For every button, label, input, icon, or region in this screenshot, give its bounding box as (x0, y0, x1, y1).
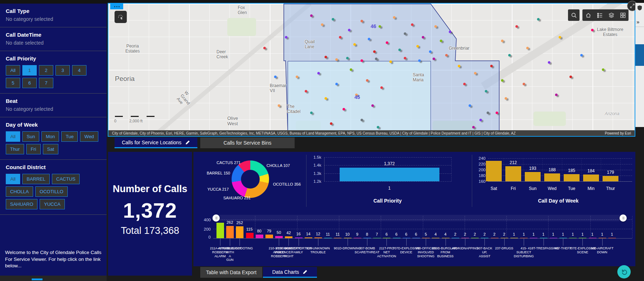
horizontal-scrollbar[interactable] (32, 278, 43, 280)
call-location-dot[interactable] (361, 59, 363, 62)
call-location-dot[interactable] (433, 58, 435, 60)
calltype-bar-32[interactable] (530, 238, 537, 239)
tab-table-with-data-export[interactable]: Table with Data Export (200, 267, 262, 278)
call-location-dot[interactable] (350, 68, 352, 71)
filter-button-day-of-week-all[interactable]: All (6, 131, 20, 142)
call-location-dot[interactable] (296, 76, 298, 78)
calltype-bar-18[interactable] (393, 238, 401, 239)
calltype-bar-27[interactable] (481, 238, 488, 239)
map-search-button[interactable] (568, 9, 580, 21)
call-location-dot[interactable] (487, 112, 489, 114)
calltype-bar-39[interactable] (599, 238, 606, 239)
call-location-dot[interactable] (559, 36, 561, 38)
call-location-dot[interactable] (379, 25, 381, 28)
map-widget[interactable]: Fox GlenQuail LaneGreenbriarLake Biltmor… (108, 3, 635, 137)
call-location-dot[interactable] (418, 59, 421, 62)
calltype-bar-40[interactable] (608, 238, 616, 239)
call-location-dot[interactable] (346, 57, 349, 59)
tab-data-charts[interactable]: Data Charts (263, 267, 317, 278)
calltype-bar-0[interactable] (216, 223, 224, 238)
call-location-dot[interactable] (485, 90, 487, 92)
calltype-bar-23[interactable] (442, 238, 450, 239)
reset-button[interactable] (617, 265, 631, 278)
day-bar-min[interactable] (583, 175, 599, 181)
edit-pencil-icon[interactable] (185, 140, 190, 145)
calltype-bar-16[interactable] (373, 238, 381, 239)
call-location-dot[interactable] (602, 68, 604, 71)
calltype-bar-33[interactable] (540, 238, 547, 239)
calltype-bar-10[interactable] (314, 237, 322, 238)
calltype-bar-1[interactable] (226, 226, 234, 238)
calltype-bar-25[interactable] (461, 238, 469, 239)
call-location-dot[interactable] (310, 112, 313, 114)
calltype-bar-36[interactable] (569, 238, 577, 239)
call-location-dot[interactable] (474, 72, 477, 74)
call-location-dot[interactable] (537, 18, 540, 21)
call-location-dot[interactable] (325, 56, 327, 58)
call-location-dot[interactable] (361, 20, 363, 22)
call-location-dot[interactable] (458, 65, 460, 67)
call-location-dot[interactable] (555, 94, 558, 96)
call-location-dot[interactable] (386, 41, 388, 44)
call-location-dot[interactable] (526, 47, 529, 49)
calltype-bar-31[interactable] (520, 238, 528, 239)
calltype-bar-9[interactable] (305, 237, 312, 238)
filter-button-council-district-yucca[interactable]: YUCCA (40, 199, 65, 209)
day-bar-sun[interactable] (525, 172, 541, 181)
select-tool-button[interactable] (115, 11, 127, 23)
tab-calls-for-service-bins[interactable]: Calls for Service Bins (200, 137, 295, 148)
call-location-dot[interactable] (361, 119, 363, 121)
calltype-bar-26[interactable] (471, 238, 479, 239)
call-location-dot[interactable] (335, 58, 338, 61)
call-location-dot[interactable] (416, 45, 419, 47)
calltype-bar-4[interactable] (256, 235, 263, 238)
call-location-dot[interactable] (348, 29, 350, 31)
day-bar-thur[interactable] (603, 176, 618, 181)
widget-options-button[interactable] (110, 4, 123, 9)
call-location-dot[interactable] (375, 58, 377, 60)
calltype-bar-24[interactable] (452, 238, 459, 239)
call-location-dot[interactable] (469, 104, 471, 107)
calltype-bar-13[interactable] (344, 238, 352, 239)
legend-button[interactable] (594, 9, 605, 21)
call-location-dot[interactable] (377, 126, 379, 128)
calltype-bar-5[interactable] (265, 235, 273, 238)
filter-button-day-of-week-mon[interactable]: Mon (41, 131, 59, 142)
edit-pencil-icon[interactable] (303, 269, 308, 275)
range-slider-track[interactable] (211, 215, 626, 221)
call-location-dot[interactable] (472, 126, 475, 128)
collapsed-right-panel[interactable]: » (635, 3, 644, 127)
call-location-dot[interactable] (278, 104, 280, 107)
call-location-dot[interactable] (404, 57, 406, 59)
call-location-dot[interactable] (353, 43, 356, 46)
filter-button-council-district-all[interactable]: All (6, 174, 20, 184)
day-bar-wed[interactable] (544, 173, 560, 181)
call-location-dot[interactable] (335, 83, 338, 85)
call-location-dot[interactable] (505, 97, 507, 100)
call-location-dot[interactable] (343, 108, 345, 110)
call-location-dot[interactable] (548, 61, 550, 64)
layers-button[interactable] (605, 9, 617, 21)
calltype-bar-19[interactable] (403, 238, 410, 239)
call-location-dot[interactable] (332, 18, 334, 21)
call-location-dot[interactable] (404, 32, 406, 35)
call-location-dot[interactable] (440, 40, 442, 42)
calltype-bar-21[interactable] (422, 238, 430, 239)
home-button[interactable] (582, 9, 594, 21)
call-location-dot[interactable] (321, 23, 323, 26)
filter-button-call-priority-7[interactable]: 7 (39, 78, 53, 88)
calltype-bar-28[interactable] (491, 238, 498, 239)
filter-button-council-district-barrel[interactable]: BARREL (22, 174, 50, 184)
call-location-dot[interactable] (580, 54, 583, 56)
call-location-dot[interactable] (515, 25, 518, 28)
filter-button-call-priority-2[interactable]: 2 (39, 65, 53, 76)
calltype-bar-22[interactable] (432, 238, 439, 239)
call-location-dot[interactable] (523, 83, 525, 85)
filter-button-council-district-cholla[interactable]: CHOLLA (6, 186, 33, 197)
tab-calls-for-service-locations[interactable]: Calls for Service Locations (115, 137, 197, 148)
calltype-bar-15[interactable] (363, 238, 371, 239)
call-location-dot[interactable] (393, 16, 395, 19)
filter-button-council-district-ocotillo[interactable]: OCOTILLO (35, 186, 68, 197)
call-location-dot[interactable] (274, 76, 277, 78)
call-location-dot[interactable] (501, 79, 504, 82)
